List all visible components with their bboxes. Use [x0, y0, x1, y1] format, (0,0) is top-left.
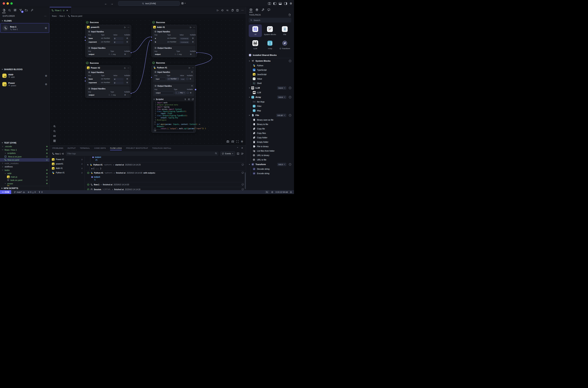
toolpack-card-system-blocks[interactable]: System Blocks [263, 24, 276, 37]
handle-settings-gear-icon[interactable]: ⚙ [190, 37, 194, 39]
type-dropdown[interactable]: 123Number▼ [167, 77, 179, 80]
tree-item-.vscode[interactable]: .vscode [0, 145, 49, 148]
block-item-binary-save-as-file[interactable]: Binary save as file [250, 118, 294, 122]
message-icon[interactable] [242, 188, 244, 190]
toolpack-card-llm[interactable]: LLM [249, 39, 262, 51]
fit-view-button[interactable] [53, 134, 56, 138]
toggle-secondary-sidebar-button[interactable] [284, 2, 287, 5]
gift-store-icon[interactable] [255, 8, 259, 11]
input-port[interactable] [84, 40, 86, 41]
run-node-button[interactable]: ▷ [124, 67, 126, 69]
block-item-copy-folder[interactable]: Copy folder [250, 135, 294, 140]
log-entry-finished[interactable]: Python #1 +python#1 » finished at 2025/6… [86, 170, 246, 182]
python-runtime-version[interactable]: 3.10.12 64-bit [275, 191, 288, 193]
block-item-file-to-binary[interactable]: File to binary [250, 144, 294, 149]
handle-settings-gear-icon[interactable]: ⚙ [190, 92, 193, 94]
run-node-button[interactable]: ▷ [124, 26, 126, 28]
close-window-button[interactable] [3, 2, 5, 5]
problems-item[interactable]: ⊘0 △0 [28, 191, 36, 194]
log-entry-started[interactable]: ↻ Python #1 +python#1 » started at 2025/… [86, 162, 246, 170]
toolpack-package-icon[interactable] [249, 8, 253, 11]
shared-block-addr[interactable]: JS Addr addr ⚙ [0, 72, 49, 80]
edge-power2-to-addr-b[interactable] [131, 40, 151, 93]
node-python1[interactable]: Python #1 ▷⋯ Input Handles+ KeyTypeValue… [151, 65, 196, 133]
breadcrumb-flow-1[interactable]: flow-1 [60, 15, 65, 17]
docs-icon[interactable] [188, 98, 190, 100]
tree-item-tasks[interactable]: tasks [0, 168, 49, 172]
block-item-value[interactable]: Value [250, 77, 294, 81]
tree-item-scriptlets[interactable]: scriptlets [0, 151, 49, 155]
open-external-icon[interactable] [192, 98, 194, 100]
handle-settings-gear-icon[interactable]: ⚙ [124, 41, 128, 43]
shared-blocks-header[interactable]: ▼ SHARED BLOCKS [0, 67, 49, 71]
block-item-list-files-from-folder[interactable]: List files from folder [250, 149, 294, 153]
output-port[interactable] [195, 88, 197, 91]
output-port[interactable] [196, 52, 198, 53]
input-port[interactable] [84, 77, 86, 79]
assistant-menu[interactable]: ▾ [181, 1, 186, 5]
toggle-panel-button[interactable] [279, 2, 282, 5]
block-item-empty-folder[interactable]: Empty folder [250, 140, 294, 144]
block-item-decode-string[interactable]: ⇄Decode string [250, 167, 294, 171]
input-port[interactable] [151, 76, 152, 78]
compare-runs-button[interactable] [226, 9, 229, 12]
forward-button[interactable]: → [110, 2, 113, 5]
chevron-down-icon[interactable]: ▼ [153, 98, 155, 100]
panel-tab-terminal[interactable]: TERMINAL [80, 146, 90, 151]
block-item-javascript[interactable]: JSJavaScript [250, 72, 294, 77]
version-selector[interactable]: 0.0.3▼ [277, 163, 286, 166]
block-item-python[interactable]: Python [250, 63, 294, 68]
log-entry-flow-finished[interactable]: flow-1 » finished at 2025/6/3 14:14:30 [86, 182, 246, 187]
toggle-primary-sidebar-button[interactable] [273, 2, 276, 5]
key-icon[interactable] [30, 8, 34, 12]
info-icon[interactable]: i [289, 163, 291, 166]
breadcrumb-flows[interactable]: flows [52, 15, 57, 17]
version-selector[interactable]: 0.0.10▼ [276, 114, 286, 117]
log-node-python--1[interactable]: Python #12 [50, 170, 85, 175]
expand-triangle-icon[interactable]: ▶ [92, 168, 93, 170]
message-icon[interactable] [242, 183, 244, 186]
breadcrumb-file[interactable]: flow.oo.yaml [71, 15, 82, 17]
npm-scripts-header[interactable]: ▶ NPM SCRIPTS [0, 186, 49, 190]
block-item-copy-flies[interactable]: Copy flies [250, 131, 294, 135]
panel-tab-code-deps[interactable]: CODE DEPS [94, 146, 106, 151]
handle-settings-gear-icon[interactable]: ⚙ [124, 94, 128, 96]
tree-item-task.oo.yaml[interactable]: task.oo.yamlU [0, 178, 49, 182]
tab-close-icon[interactable]: ✕ [66, 9, 68, 12]
block-group-array[interactable]: ▼[ ]Array0.0.9▼i [246, 95, 294, 100]
folder-icon[interactable] [24, 8, 28, 12]
screenshot-button[interactable] [226, 140, 229, 143]
flow-canvas[interactable]: Success JS power#1 ▷⋯ Input Handles KeyT… [50, 18, 246, 145]
panel-tab-problems[interactable]: PROBLEMS [52, 146, 63, 151]
flow-list-item[interactable]: flow-1 flow-1 ⚙ [0, 23, 49, 33]
toolpack-card-all[interactable]: All [249, 24, 262, 37]
value-input-connected[interactable] [180, 78, 185, 80]
node-more-button[interactable]: ⋯ [127, 26, 129, 28]
layout-grid-button[interactable] [53, 139, 56, 143]
settings-gear-icon[interactable]: ⚙ [45, 83, 47, 86]
value-input[interactable] [113, 41, 123, 44]
explorer-files-icon[interactable] [2, 8, 6, 12]
node-more-button[interactable]: ⋯ [127, 67, 129, 69]
fullscreen-button[interactable] [236, 140, 239, 143]
info-icon[interactable]: i [289, 114, 291, 117]
panel-tab-flow-logs[interactable]: FLOW LOGS [110, 146, 122, 151]
tree-item-node-modules[interactable]: node_modules [0, 162, 49, 165]
block-item-filter[interactable]: [ ]Filter [250, 104, 294, 108]
settings-gear-icon[interactable]: ⚙ [290, 2, 292, 5]
log-entry-session-finished[interactable]: Session fc597a9c » finished at 2025/6/3 … [86, 187, 246, 190]
node-more-button[interactable]: ⋯ [193, 26, 195, 28]
output-port[interactable] [130, 52, 132, 53]
remote-indicator[interactable]: >< OVM [0, 190, 11, 194]
blocks-extensions-icon[interactable] [13, 8, 17, 12]
export-page-button[interactable] [231, 9, 234, 12]
info-icon[interactable]: i [289, 87, 291, 89]
info-icon[interactable]: i [289, 96, 291, 98]
panel-maximize-chevron-icon[interactable]: ⌃ [237, 147, 239, 149]
zoom-in-button[interactable] [53, 125, 56, 128]
log-entries[interactable]: output: 25 ↻ Python #1 +python#1 » [85, 157, 246, 190]
block-item-llm[interactable]: LLM [250, 90, 294, 95]
block-item-shell[interactable]: >_Shell [250, 81, 294, 86]
block-group-file[interactable]: ▼File0.0.10▼i [246, 113, 294, 118]
block-group-system-blocks[interactable]: ▼System Blocksi [246, 59, 294, 63]
